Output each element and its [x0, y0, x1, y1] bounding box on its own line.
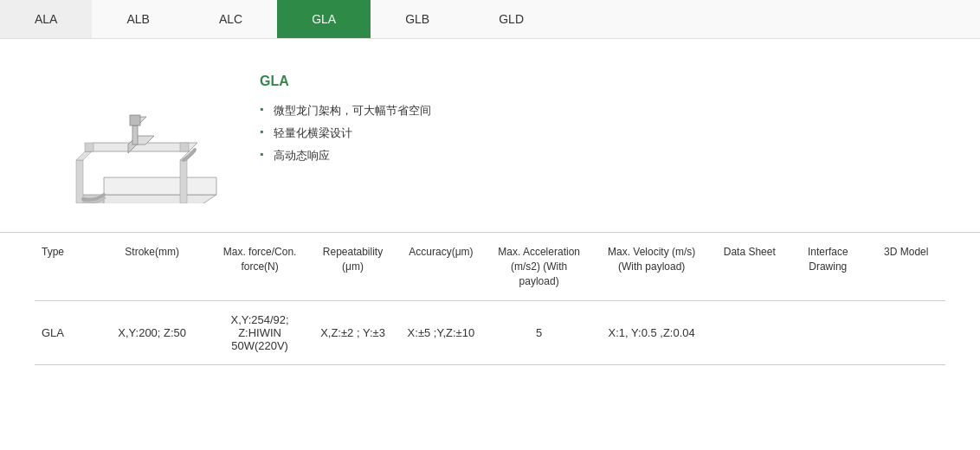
cell-stroke: X,Y:200; Z:50: [93, 301, 211, 365]
feature-2: 轻量化横梁设计: [260, 125, 945, 141]
product-image: [35, 65, 225, 206]
th-datasheet: Data Sheet: [711, 233, 789, 301]
cell-acceleration: 5: [485, 301, 592, 365]
th-accuracy: Accuracy(μm): [397, 233, 485, 301]
specs-table: Type Stroke(mm) Max. force/Con. force(N)…: [35, 233, 945, 365]
cell-type: GLA: [35, 301, 93, 365]
svg-rect-9: [180, 143, 189, 151]
svg-rect-5: [180, 160, 187, 203]
th-drawing: Interface Drawing: [789, 233, 867, 301]
cell-force: X,Y:254/92; Z:HIWIN 50W(220V): [211, 301, 309, 365]
th-force: Max. force/Con. force(N): [211, 233, 309, 301]
cell-repeatability: X,Z:±2 ; Y:±3: [309, 301, 397, 365]
th-type: Type: [35, 233, 93, 301]
product-features: 微型龙门架构，可大幅节省空间 轻量化横梁设计 高动态响应: [260, 103, 945, 164]
tab-alb[interactable]: ALB: [92, 0, 184, 38]
cell-accuracy: X:±5 ;Y,Z:±10: [397, 301, 485, 365]
tab-alc[interactable]: ALC: [184, 0, 277, 38]
svg-rect-8: [85, 143, 93, 151]
th-repeatability: Repeatability (μm): [309, 233, 397, 301]
tab-bar: ALA ALB ALC GLA GLB GLD: [0, 0, 980, 39]
svg-rect-14: [130, 115, 140, 125]
th-stroke: Stroke(mm): [93, 233, 211, 301]
tab-gla[interactable]: GLA: [277, 0, 371, 38]
svg-marker-4: [76, 151, 92, 160]
product-section: GLA 微型龙门架构，可大幅节省空间 轻量化横梁设计 高动态响应: [0, 39, 980, 223]
product-title: GLA: [260, 74, 945, 89]
feature-3: 高动态响应: [260, 148, 945, 164]
feature-1: 微型龙门架构，可大幅节省空间: [260, 103, 945, 119]
tab-ala[interactable]: ALA: [0, 0, 92, 38]
product-info: GLA 微型龙门架构，可大幅节省空间 轻量化横梁设计 高动态响应: [260, 65, 945, 170]
svg-rect-3: [76, 160, 83, 203]
cell-drawing: [789, 301, 867, 365]
th-model: 3D Model: [867, 233, 945, 301]
svg-rect-12: [132, 125, 138, 145]
product-svg: [35, 65, 225, 203]
table-section: Type Stroke(mm) Max. force/Con. force(N)…: [0, 232, 980, 391]
tab-glb[interactable]: GLB: [371, 0, 464, 38]
th-acceleration: Max. Acceleration (m/s2) (With payload): [485, 233, 592, 301]
svg-marker-2: [104, 177, 216, 195]
table-row: GLA X,Y:200; Z:50 X,Y:254/92; Z:HIWIN 50…: [35, 301, 945, 365]
cell-model: [867, 301, 945, 365]
table-header-row: Type Stroke(mm) Max. force/Con. force(N)…: [35, 233, 945, 301]
tab-gld[interactable]: GLD: [464, 0, 558, 38]
th-velocity: Max. Velocity (m/s) (With payload): [593, 233, 711, 301]
cell-velocity: X:1, Y:0.5 ,Z:0.04: [593, 301, 711, 365]
cell-datasheet: [711, 301, 789, 365]
